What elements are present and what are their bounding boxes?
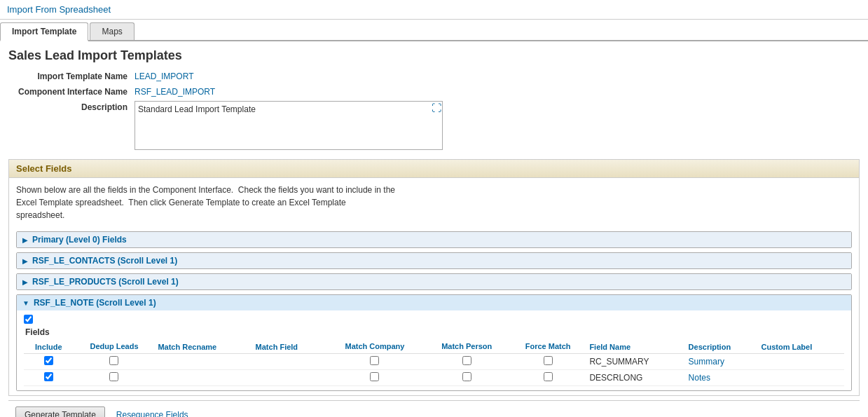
col-dedup: Dedup Leads (74, 340, 156, 354)
resequence-fields-link[interactable]: Resequence Fields (116, 410, 188, 417)
row-1-match-field (253, 370, 326, 386)
products-title: RSF_LE_PRODUCTS (Scroll Level 1) (32, 277, 179, 287)
col-match-person: Match Person (424, 340, 509, 354)
col-custom-label: Custom Label (758, 340, 844, 354)
description-row: Description Standard Lead Import Templat… (8, 101, 860, 152)
row-1-match-recname (155, 370, 252, 386)
page-header: Import From Spreadsheet (0, 0, 868, 20)
scroll-group-primary-header[interactable]: ▶ Primary (Level 0) Fields (17, 232, 851, 247)
description-textarea[interactable]: Standard Lead Import Template (135, 101, 443, 150)
fields-label: Fields (24, 327, 844, 337)
row-0-match-field (253, 354, 326, 370)
row-1-field-name: DESCRLONG (586, 370, 685, 386)
component-interface-row: Component Interface Name RSF_LEAD_IMPORT (8, 86, 860, 97)
component-interface-label: Component Interface Name (8, 86, 135, 97)
col-field-name: Field Name (586, 340, 685, 354)
row-0-match-recname (155, 354, 252, 370)
fields-table: Include Dedup Leads Match Recname Match … (24, 340, 844, 386)
import-template-name-label: Import Template Name (8, 70, 135, 81)
row-1-include-checkbox[interactable] (44, 372, 53, 381)
note-top-checkbox[interactable] (24, 315, 33, 324)
row-0-dedup-checkbox[interactable] (109, 356, 118, 365)
row-1-dedup (74, 370, 156, 386)
row-1-custom-label (758, 370, 844, 386)
component-interface-value: RSF_LEAD_IMPORT (135, 86, 215, 97)
scroll-group-note: ▼ RSF_LE_NOTE (Scroll Level 1) Fields In… (16, 294, 852, 391)
scroll-group-contacts-header[interactable]: ▶ RSF_LE_CONTACTS (Scroll Level 1) (17, 253, 851, 268)
products-triangle: ▶ (22, 278, 28, 286)
scroll-group-products: ▶ RSF_LE_PRODUCTS (Scroll Level 1) (16, 273, 852, 290)
row-1-include (24, 370, 74, 386)
import-template-name-row: Import Template Name LEAD_IMPORT (8, 70, 860, 81)
tabs-bar: Import Template Maps (0, 20, 868, 41)
row-0-include (24, 354, 74, 370)
generate-template-button[interactable]: Generate Template (15, 406, 105, 417)
scroll-group-contacts: ▶ RSF_LE_CONTACTS (Scroll Level 1) (16, 252, 852, 269)
row-0-match-company-checkbox[interactable] (370, 356, 379, 365)
col-match-field: Match Field (253, 340, 326, 354)
note-top-checkbox-row (24, 315, 844, 326)
contacts-title: RSF_LE_CONTACTS (Scroll Level 1) (32, 256, 177, 266)
row-0-match-person-checkbox[interactable] (462, 356, 471, 365)
note-content: Fields Include Dedup Leads Match Recname… (17, 310, 851, 390)
table-header-row: Include Dedup Leads Match Recname Match … (24, 340, 844, 354)
row-1-match-person-checkbox[interactable] (462, 372, 471, 381)
description-label: Description (8, 101, 135, 112)
row-0-match-person (424, 354, 509, 370)
row-0-custom-label (758, 354, 844, 370)
row-0-force-match-checkbox[interactable] (544, 356, 553, 365)
row-0-match-company (325, 354, 424, 370)
row-0-description: Summary (686, 354, 759, 370)
row-1-dedup-checkbox[interactable] (109, 372, 118, 381)
expand-icon[interactable]: ⛶ (432, 102, 441, 114)
tab-import-template[interactable]: Import Template (0, 22, 88, 41)
scroll-group-primary: ▶ Primary (Level 0) Fields (16, 231, 852, 248)
row-1-force-match (509, 370, 586, 386)
scroll-group-note-header[interactable]: ▼ RSF_LE_NOTE (Scroll Level 1) (17, 295, 851, 310)
bottom-bar: Generate Template Resequence Fields (8, 400, 860, 417)
select-fields-header: Select Fields (9, 160, 859, 178)
row-0-force-match (509, 354, 586, 370)
section-description: Shown below are all the fields in the Co… (9, 178, 859, 227)
import-template-name-value: LEAD_IMPORT (135, 70, 193, 81)
main-content: Sales Lead Import Templates Import Templ… (0, 41, 868, 417)
col-description: Description (686, 340, 759, 354)
row-0-dedup (74, 354, 156, 370)
primary-title: Primary (Level 0) Fields (32, 235, 127, 245)
row-1-match-company-checkbox[interactable] (370, 372, 379, 381)
note-triangle: ▼ (22, 299, 29, 307)
page-title: Sales Lead Import Templates (8, 48, 860, 63)
col-force-match: Force Match (509, 340, 586, 354)
table-row: DESCRLONGNotes (24, 370, 844, 386)
row-1-force-match-checkbox[interactable] (544, 372, 553, 381)
primary-triangle: ▶ (22, 236, 28, 244)
row-1-match-person (424, 370, 509, 386)
scroll-group-products-header[interactable]: ▶ RSF_LE_PRODUCTS (Scroll Level 1) (17, 274, 851, 289)
col-match-company: Match Company (325, 340, 424, 354)
tab-maps[interactable]: Maps (90, 22, 134, 40)
fields-tbody: RC_SUMMARYSummaryDESCRLONGNotes (24, 354, 844, 386)
col-match-recname: Match Recname (155, 340, 252, 354)
select-fields-section: Select Fields Shown below are all the fi… (8, 159, 860, 396)
row-0-include-checkbox[interactable] (44, 356, 53, 365)
description-area: Standard Lead Import Template ⛶ (135, 101, 443, 152)
contacts-triangle: ▶ (22, 257, 28, 265)
note-title: RSF_LE_NOTE (Scroll Level 1) (34, 298, 156, 308)
table-row: RC_SUMMARYSummary (24, 354, 844, 370)
row-1-match-company (325, 370, 424, 386)
breadcrumb-link[interactable]: Import From Spreadsheet (7, 4, 111, 15)
row-1-description: Notes (686, 370, 759, 386)
col-include: Include (24, 340, 74, 354)
row-0-field-name: RC_SUMMARY (586, 354, 685, 370)
